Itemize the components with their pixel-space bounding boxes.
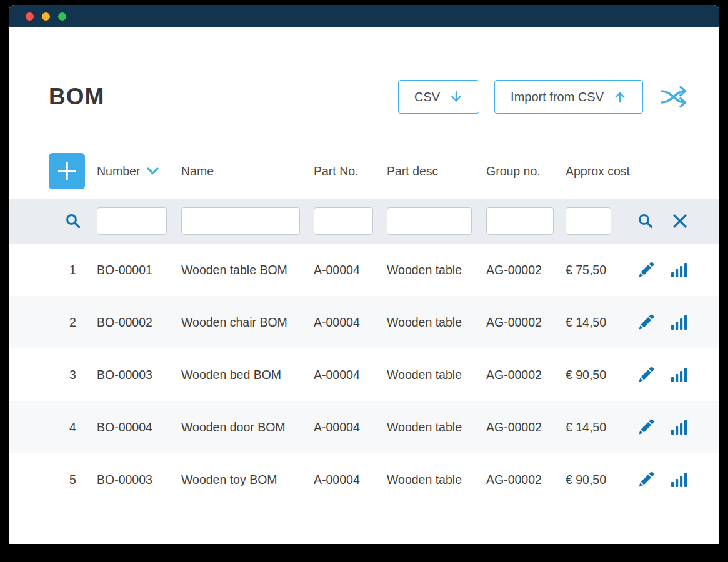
- cell-part-no: A-00004: [314, 263, 387, 277]
- edit-row-button[interactable]: [637, 419, 654, 436]
- bom-table: Number Name Part No. Part desc Group no.…: [9, 153, 719, 506]
- export-csv-button[interactable]: CSV: [398, 80, 479, 114]
- edit-row-button[interactable]: [637, 471, 654, 488]
- shuffle-icon: [659, 83, 688, 111]
- cell-part-desc: Wooden table: [387, 263, 486, 277]
- table-row[interactable]: 5 BO-00003 Wooden toy BOM A-00004 Wooden…: [9, 453, 719, 506]
- row-index: 4: [49, 420, 97, 435]
- row-index: 2: [49, 315, 97, 330]
- row-index: 1: [49, 263, 97, 277]
- cell-number: BO-00004: [97, 420, 181, 435]
- cell-part-desc: Wooden table: [387, 315, 486, 330]
- filter-part-no-input[interactable]: [314, 207, 373, 235]
- row-index: 5: [49, 473, 97, 487]
- filter-group-no-input[interactable]: [486, 207, 554, 235]
- plus-icon: [57, 161, 77, 181]
- cell-name: Wooden chair BOM: [181, 315, 314, 330]
- apply-filter-button[interactable]: [637, 213, 654, 229]
- cell-part-desc: Wooden table: [387, 368, 486, 382]
- edit-row-button[interactable]: [637, 367, 654, 383]
- column-header-part-no[interactable]: Part No.: [314, 164, 387, 179]
- bar-chart-icon: [671, 262, 687, 279]
- close-icon: [672, 214, 687, 229]
- search-icon: [65, 213, 81, 229]
- edit-row-button[interactable]: [637, 314, 654, 331]
- cell-group-no: AG-00002: [486, 473, 566, 487]
- import-csv-label: Import from CSV: [511, 90, 604, 104]
- cell-approx-cost: € 90,50: [566, 368, 634, 382]
- cell-group-no: AG-00002: [486, 315, 566, 330]
- cell-part-desc: Wooden table: [387, 420, 486, 435]
- pencil-icon: [637, 419, 654, 436]
- header-actions: CSV Import from CSV: [398, 80, 688, 114]
- filter-part-desc-input[interactable]: [387, 207, 472, 235]
- table-header-row: Number Name Part No. Part desc Group no.…: [9, 153, 719, 189]
- cell-part-no: A-00004: [314, 420, 387, 435]
- bar-chart-icon: [671, 367, 687, 383]
- stats-row-button[interactable]: [671, 471, 687, 488]
- table-body: 1 BO-00001 Wooden table BOM A-00004 Wood…: [9, 244, 719, 506]
- minimize-window-dot[interactable]: [42, 12, 50, 21]
- window-titlebar: [9, 5, 719, 27]
- column-header-group-no[interactable]: Group no.: [486, 164, 566, 179]
- shuffle-button[interactable]: [659, 83, 688, 111]
- row-index: 3: [49, 368, 97, 382]
- filter-row: [9, 199, 719, 244]
- table-row[interactable]: 4 BO-00004 Wooden door BOM A-00004 Woode…: [9, 401, 719, 453]
- cell-part-no: A-00004: [314, 473, 387, 487]
- maximize-window-dot[interactable]: [58, 12, 66, 21]
- edit-row-button[interactable]: [637, 262, 654, 279]
- table-row[interactable]: 3 BO-00003 Wooden bed BOM A-00004 Wooden…: [9, 348, 719, 401]
- page-title: BOM: [49, 84, 104, 110]
- cell-number: BO-00003: [97, 473, 181, 487]
- stats-row-button[interactable]: [671, 419, 687, 436]
- close-window-dot[interactable]: [26, 12, 34, 21]
- import-csv-button[interactable]: Import from CSV: [494, 80, 643, 114]
- pencil-icon: [637, 471, 654, 488]
- bar-chart-icon: [671, 419, 687, 436]
- clear-filter-button[interactable]: [672, 214, 687, 229]
- column-header-number[interactable]: Number: [97, 164, 181, 179]
- column-header-part-desc[interactable]: Part desc: [387, 164, 486, 179]
- filter-approx-cost-input[interactable]: [566, 207, 611, 235]
- cell-part-desc: Wooden table: [387, 473, 486, 487]
- column-header-name[interactable]: Name: [181, 164, 314, 179]
- cell-approx-cost: € 90,50: [566, 473, 634, 487]
- cell-name: Wooden door BOM: [181, 420, 314, 435]
- cell-number: BO-00001: [97, 263, 181, 277]
- pencil-icon: [637, 262, 654, 279]
- bar-chart-icon: [671, 314, 687, 331]
- filter-name-input[interactable]: [181, 207, 300, 235]
- cell-name: Wooden bed BOM: [181, 368, 314, 382]
- cell-approx-cost: € 14,50: [566, 315, 634, 330]
- stats-row-button[interactable]: [671, 262, 687, 279]
- stats-row-button[interactable]: [671, 314, 687, 331]
- cell-group-no: AG-00002: [486, 263, 566, 277]
- add-row-button[interactable]: [49, 153, 85, 189]
- cell-name: Wooden table BOM: [181, 263, 314, 277]
- cell-approx-cost: € 14,50: [566, 420, 634, 435]
- cell-group-no: AG-00002: [486, 368, 566, 382]
- column-header-approx-cost[interactable]: Approx cost: [566, 164, 634, 179]
- search-icon: [637, 213, 654, 229]
- table-row[interactable]: 2 BO-00002 Wooden chair BOM A-00004 Wood…: [9, 296, 719, 348]
- pencil-icon: [637, 314, 654, 331]
- table-row[interactable]: 1 BO-00001 Wooden table BOM A-00004 Wood…: [9, 244, 719, 296]
- filter-number-input[interactable]: [97, 207, 167, 235]
- bar-chart-icon: [671, 471, 687, 488]
- cell-number: BO-00002: [97, 315, 181, 330]
- cell-name: Wooden toy BOM: [181, 473, 314, 487]
- cell-group-no: AG-00002: [486, 420, 566, 435]
- chevron-down-icon: [147, 167, 159, 175]
- cell-part-no: A-00004: [314, 368, 387, 382]
- upload-arrow-icon: [613, 90, 627, 104]
- cell-approx-cost: € 75,50: [566, 263, 634, 277]
- pencil-icon: [637, 367, 654, 383]
- cell-number: BO-00003: [97, 368, 181, 382]
- page-header: BOM CSV Import from CSV: [49, 80, 688, 114]
- stats-row-button[interactable]: [671, 367, 687, 383]
- export-csv-label: CSV: [414, 90, 440, 104]
- cell-part-no: A-00004: [314, 315, 387, 330]
- app-window: BOM CSV Import from CSV: [9, 5, 719, 544]
- download-arrow-icon: [449, 90, 463, 104]
